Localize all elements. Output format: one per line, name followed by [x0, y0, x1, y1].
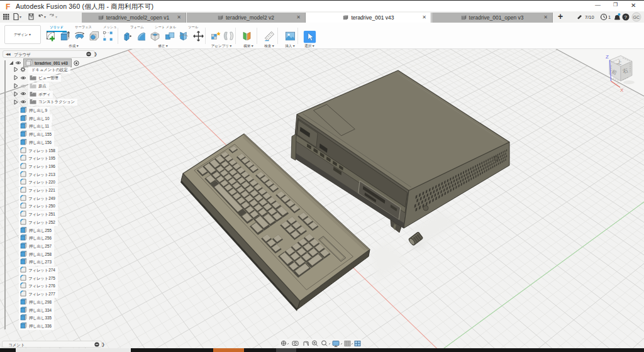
- svg-text:?: ?: [625, 14, 628, 20]
- svg-text:GC: GC: [633, 15, 640, 19]
- svg-text:1: 1: [608, 14, 611, 20]
- svg-text:X: X: [620, 87, 624, 93]
- svg-text:7/10: 7/10: [585, 14, 594, 20]
- svg-text:Z: Z: [606, 54, 609, 60]
- svg-text:▾: ▾: [55, 15, 57, 19]
- svg-text:▾: ▾: [19, 15, 21, 19]
- svg-text:▾: ▾: [44, 15, 46, 19]
